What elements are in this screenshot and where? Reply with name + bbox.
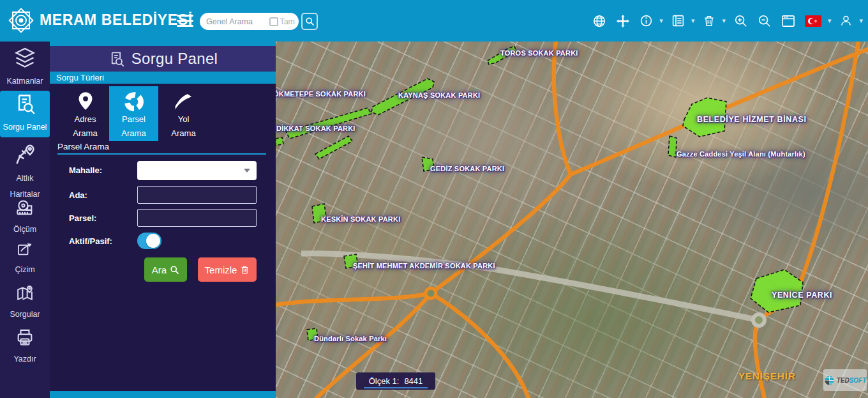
section-divider <box>57 153 266 155</box>
tab-adres-arama[interactable]: Adres Arama <box>61 86 110 141</box>
watermark-text: TED <box>837 377 849 384</box>
query-panel: Sorgu Panel Sorgu Türleri Adres Arama Pa… <box>50 46 276 391</box>
zoom-in-icon[interactable] <box>733 13 749 29</box>
query-type-tabs: Adres Arama Parsel Arama Yol Arama <box>50 86 276 141</box>
park-label: ŞEHİT MEHMET AKDEMİR SOKAK PARKI <box>353 262 495 270</box>
query-types-bar: Sorgu Türleri <box>50 72 276 84</box>
park-polygon[interactable] <box>276 137 283 146</box>
mahalle-select[interactable] <box>137 161 257 180</box>
mahalle-label: Mahalle: <box>69 165 102 175</box>
menu-hamburger-icon[interactable] <box>177 15 193 27</box>
globe-icon[interactable] <box>591 13 608 29</box>
sidebar-item-sorgular[interactable]: Sorgular <box>0 284 50 323</box>
park-label: ÖKMETEPE SOKAK PARKI <box>276 90 366 98</box>
ada-input[interactable] <box>137 186 257 204</box>
park-polygon[interactable] <box>668 136 677 157</box>
roundabout <box>426 288 436 298</box>
user-caret-icon[interactable]: ▾ <box>859 17 863 25</box>
basemap-route-pin-icon <box>13 142 37 167</box>
trash-icon <box>240 264 250 275</box>
draw-icon <box>13 241 36 258</box>
park-label: KAYNAŞ SOKAK PARKI <box>398 91 480 99</box>
district-label: YENİŞEHİR <box>738 371 796 381</box>
search-input[interactable] <box>206 17 269 26</box>
tedsoft-globe-icon <box>824 375 835 386</box>
sidebar-item-yazdir[interactable]: Yazdır <box>0 328 50 367</box>
park-label: GEDİZ SOKAK PARKI <box>430 165 504 172</box>
park-label: TOROS SOKAK PARKI <box>500 49 578 57</box>
panel-title: Sorgu Panel <box>131 50 218 68</box>
pan-icon[interactable] <box>615 13 631 29</box>
search-button[interactable] <box>301 13 318 30</box>
tab-yol-arama[interactable]: Yol Arama <box>159 86 208 141</box>
user-icon[interactable] <box>838 13 854 29</box>
park-label: YENİCE PARKI <box>772 291 832 300</box>
municipality-logo-icon <box>8 7 34 34</box>
exact-match-checkbox[interactable] <box>269 17 278 26</box>
queries-map-pin-icon <box>13 284 37 303</box>
map-viewport[interactable]: TOROS SOKAK PARKI ÖKMETEPE SOKAK PARKI K… <box>276 42 868 398</box>
global-search-box[interactable]: Tam <box>200 13 299 30</box>
exact-match-label: Tam <box>280 17 295 26</box>
left-sidebar: Katmanlar Sorgu Panel Altlık Haritalar Ö… <box>0 42 50 398</box>
park-label: BELEDİYE HİZMET BİNASI <box>697 115 807 124</box>
info-caret-icon[interactable]: ▾ <box>659 17 663 25</box>
scale-label: Ölçek 1: <box>369 376 400 386</box>
top-header: MERAM BELEDİYESİ Tam <box>0 0 868 42</box>
search-ara-button[interactable]: Ara <box>144 257 187 282</box>
scale-value: 8441 <box>404 376 423 386</box>
sidebar-item-katmanlar[interactable]: Katmanlar <box>0 47 50 91</box>
address-pin-icon <box>76 91 95 112</box>
aktif-pasif-label: Aktif/Pasif: <box>69 236 112 246</box>
language-turkish-flag-icon[interactable] <box>804 14 823 28</box>
query-panel-icon <box>108 50 125 68</box>
layers-icon <box>13 47 37 70</box>
toggle-knob <box>146 234 160 248</box>
park-polygon[interactable] <box>315 136 352 159</box>
sidebar-item-cizim[interactable]: Çizim <box>0 241 50 278</box>
chevron-down-icon <box>244 169 250 172</box>
zoom-out-icon[interactable] <box>756 13 773 29</box>
header-toolbar: ▾ ▾ ▾ <box>591 0 863 42</box>
print-icon <box>13 328 36 348</box>
legend-icon[interactable] <box>670 13 686 29</box>
trash-icon[interactable] <box>701 13 717 29</box>
scale-bar <box>364 387 428 388</box>
park-label: DİKKAT SOKAK PARKI <box>276 125 355 132</box>
sidebar-item-altlik-haritalar[interactable]: Altlık Haritalar <box>0 142 50 203</box>
tab-parsel-arama[interactable]: Parsel Arama <box>109 86 158 141</box>
parcel-segments-icon <box>124 91 144 112</box>
clear-temizle-button[interactable]: Temizle <box>198 257 257 282</box>
measure-tape-icon <box>13 198 36 218</box>
ada-label: Ada: <box>69 190 87 200</box>
query-panel-icon <box>13 93 36 116</box>
park-polygon[interactable] <box>286 108 371 139</box>
park-label: KESKİN SOKAK PARKI <box>321 215 400 223</box>
parsel-input[interactable] <box>137 209 257 227</box>
sidebar-item-olcum[interactable]: Ölçüm <box>0 198 50 238</box>
form-section-title: Parsel Arama <box>57 142 109 151</box>
legend-caret-icon[interactable]: ▾ <box>691 17 695 25</box>
query-panel-header: Sorgu Panel <box>50 46 276 72</box>
roundabout <box>753 314 765 326</box>
sidebar-item-sorgu-panel[interactable]: Sorgu Panel <box>0 91 50 137</box>
app-title: MERAM BELEDİYESİ <box>40 11 193 29</box>
search-icon <box>305 17 315 26</box>
aktif-pasif-toggle[interactable] <box>137 233 161 249</box>
info-icon[interactable] <box>638 13 654 29</box>
park-label: Gazze Caddesi Yeşil Alanı (Muhtarlık) <box>677 150 805 158</box>
park-label: Dündarlı Sokak Parkı <box>314 335 387 342</box>
parsel-label: Parsel: <box>69 213 96 223</box>
language-caret-icon[interactable]: ▾ <box>828 17 832 25</box>
road-icon <box>174 91 194 112</box>
search-icon <box>170 265 179 275</box>
trash-caret-icon[interactable]: ▾ <box>722 17 726 25</box>
window-icon[interactable] <box>780 13 797 29</box>
map-scale-indicator: Ölçek 1: 8441 <box>356 372 435 390</box>
tedsoft-watermark: TEDSOFT <box>823 369 867 391</box>
